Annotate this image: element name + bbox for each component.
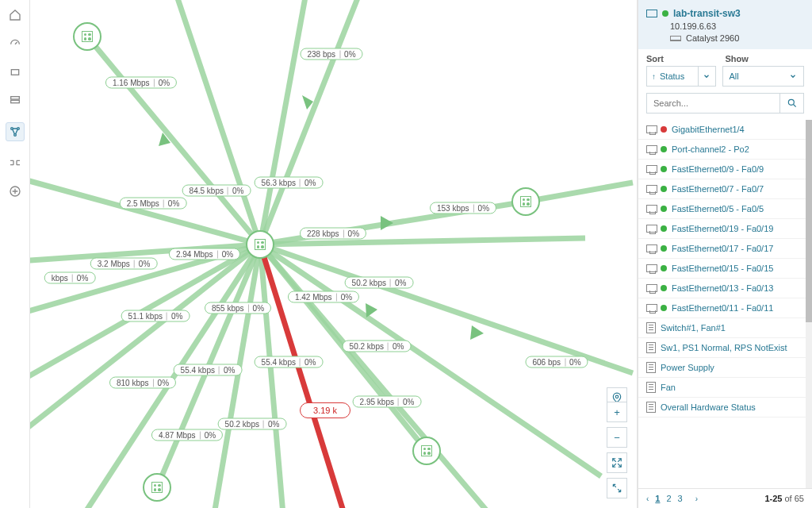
- link-util: 0%: [348, 229, 359, 238]
- list-item[interactable]: GigabitEthernet1/4: [638, 120, 806, 140]
- link-label[interactable]: 238 bps0%: [300, 48, 362, 60]
- nav-rack-icon[interactable]: [8, 94, 22, 108]
- svg-marker-30: [381, 216, 393, 230]
- nav-device-icon[interactable]: [8, 65, 22, 79]
- list-item[interactable]: FastEthernet0/11 - Fa0/11: [638, 298, 806, 318]
- topology-node[interactable]: [246, 230, 274, 259]
- scrollbar[interactable]: [806, 120, 812, 488]
- topology-node[interactable]: [143, 473, 171, 502]
- pager-next[interactable]: ›: [695, 495, 698, 503]
- list-item[interactable]: Switch#1, Fan#1: [638, 318, 806, 338]
- list-item[interactable]: Overall Hardware Status: [638, 398, 806, 418]
- device-icon: [646, 10, 657, 17]
- list-item[interactable]: FastEthernet0/13 - Fa0/13: [638, 279, 806, 298]
- link-label[interactable]: 50.2 kbps0%: [345, 277, 414, 289]
- list-item[interactable]: Fan: [638, 378, 806, 398]
- topology-node[interactable]: [73, 22, 102, 51]
- link-util: 0%: [268, 420, 279, 429]
- link-util: 0%: [304, 358, 316, 367]
- link-label[interactable]: 51.1 kbps0%: [121, 310, 190, 322]
- device-ip: 10.199.6.63: [670, 21, 804, 31]
- link-label[interactable]: 810 kbps0%: [109, 377, 176, 389]
- document-icon: [646, 342, 656, 353]
- status-dot: [661, 265, 667, 271]
- nav-add-icon[interactable]: [8, 184, 22, 198]
- list-item[interactable]: FastEthernet0/15 - Fa0/15: [638, 259, 806, 279]
- svg-point-5: [13, 134, 16, 137]
- pager-page[interactable]: 2: [666, 494, 671, 503]
- item-label: Switch#1, Fan#1: [661, 323, 726, 333]
- link-label-critical[interactable]: 3.19 k: [300, 402, 350, 418]
- fit-button[interactable]: [607, 452, 627, 473]
- list-item[interactable]: Power Supply: [638, 358, 806, 378]
- link-label[interactable]: 153 kbps0%: [430, 202, 496, 214]
- link-label[interactable]: 84.5 kbps0%: [182, 185, 251, 197]
- link-util: 0%: [77, 274, 88, 283]
- svg-line-26: [526, 183, 633, 202]
- list-item[interactable]: Sw1, PS1 Normal, RPS NotExist: [638, 338, 806, 358]
- topology-canvas[interactable]: 238 bps0%1.16 Mbps0%56.3 kbps0%84.5 kbps…: [30, 0, 638, 508]
- port-icon: [646, 125, 657, 133]
- nav-home-icon[interactable]: [8, 8, 22, 22]
- link-label[interactable]: 2.95 kbps0%: [353, 396, 422, 408]
- document-icon: [646, 402, 656, 413]
- nav-timeline-icon[interactable]: [8, 156, 22, 170]
- svg-rect-1: [10, 97, 19, 99]
- list-item[interactable]: FastEthernet0/17 - Fa0/17: [638, 239, 806, 259]
- link-label[interactable]: 50.2 kbps0%: [343, 341, 412, 352]
- scrollbar-thumb[interactable]: [806, 120, 812, 322]
- link-label[interactable]: 55.4 kbps0%: [174, 364, 243, 376]
- link-rate: 55.4 kbps: [262, 358, 296, 367]
- link-rate: 50.2 kbps: [352, 279, 386, 287]
- link-label[interactable]: 2.5 Mbps0%: [120, 198, 187, 210]
- pager-page[interactable]: 1: [655, 494, 660, 503]
- item-label: FastEthernet0/17 - Fa0/17: [672, 244, 773, 253]
- sort-dropdown[interactable]: ↑Status: [646, 66, 716, 87]
- link-label[interactable]: 56.3 kbps0%: [255, 177, 324, 189]
- link-util: 0%: [205, 431, 216, 440]
- show-dropdown[interactable]: All: [722, 66, 805, 87]
- pager-of: of: [785, 494, 792, 503]
- svg-line-8: [260, 0, 363, 244]
- nav-topology-icon[interactable]: [6, 122, 25, 141]
- pager-prev[interactable]: ‹: [646, 495, 649, 503]
- topology-node[interactable]: [412, 437, 441, 465]
- link-rate: 51.1 kbps: [128, 312, 163, 321]
- search-button[interactable]: [780, 93, 804, 114]
- zoom-out-button[interactable]: −: [607, 427, 627, 448]
- topology-node[interactable]: [511, 187, 540, 216]
- link-rate: 2.94 Mbps: [176, 250, 213, 259]
- link-label[interactable]: 2.94 Mbps0%: [169, 248, 240, 260]
- link-label[interactable]: 1.42 Mbps0%: [288, 291, 359, 303]
- nav-dashboard-icon[interactable]: [8, 37, 22, 51]
- list-item[interactable]: Port-channel2 - Po2: [638, 140, 806, 160]
- list-item[interactable]: FastEthernet0/5 - Fa0/5: [638, 199, 806, 219]
- link-rate: 56.3 kbps: [262, 179, 296, 187]
- link-label[interactable]: 228 kbps0%: [300, 228, 366, 240]
- link-label[interactable]: 606 bps0%: [525, 356, 588, 368]
- item-label: FastEthernet0/7 - Fa0/7: [672, 184, 764, 194]
- status-dot: [661, 126, 667, 133]
- link-label[interactable]: 855 kbps0%: [205, 302, 271, 314]
- status-dot: [661, 225, 667, 232]
- zoom-in-button[interactable]: +: [607, 402, 627, 422]
- link-label[interactable]: 1.16 Mbps0%: [105, 77, 177, 89]
- svg-rect-2: [10, 100, 19, 102]
- port-icon: [646, 185, 657, 193]
- list-item[interactable]: FastEthernet0/9 - Fa0/9: [638, 160, 806, 179]
- pager-page[interactable]: 3: [678, 494, 683, 503]
- link-label[interactable]: kbps0%: [44, 272, 96, 284]
- search-input[interactable]: [646, 93, 780, 114]
- link-util: 0%: [393, 342, 404, 351]
- link-label[interactable]: 4.87 Mbps0%: [151, 429, 223, 441]
- link-label[interactable]: 50.2 kbps0%: [218, 418, 287, 430]
- item-label: FastEthernet0/9 - Fa0/9: [672, 164, 764, 174]
- link-label[interactable]: 55.4 kbps0%: [255, 356, 324, 368]
- svg-line-10: [173, 0, 260, 244]
- list-item[interactable]: FastEthernet0/7 - Fa0/7: [638, 179, 806, 199]
- device-model: Catalyst 2960: [686, 33, 739, 43]
- link-rate: 2.5 Mbps: [127, 199, 159, 208]
- link-label[interactable]: 3.2 Mbps0%: [90, 258, 158, 270]
- list-item[interactable]: FastEthernet0/19 - Fa0/19: [638, 219, 806, 239]
- fullscreen-button[interactable]: [607, 478, 627, 498]
